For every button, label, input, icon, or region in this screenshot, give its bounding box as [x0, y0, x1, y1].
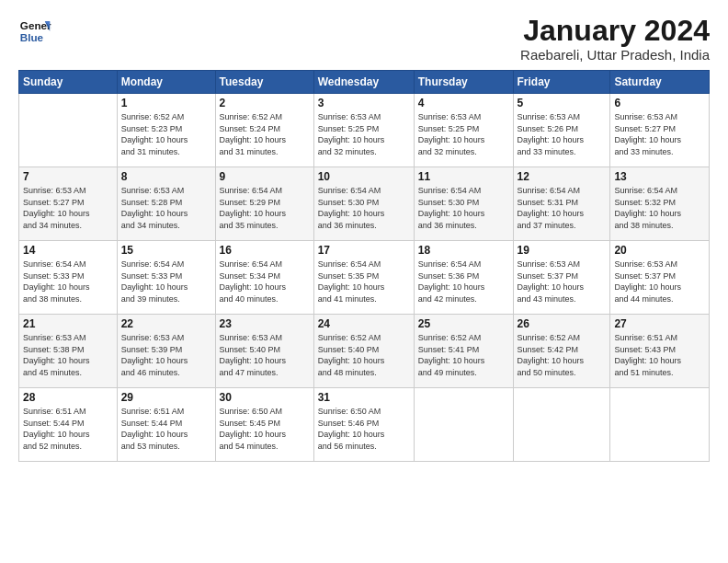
table-cell: 2Sunrise: 6:52 AM Sunset: 5:24 PM Daylig…: [215, 94, 313, 167]
header: General Blue January 2024 Raebareli, Utt…: [18, 15, 710, 63]
table-cell: 14Sunrise: 6:54 AM Sunset: 5:33 PM Dayli…: [19, 241, 118, 315]
table-cell: 5Sunrise: 6:53 AM Sunset: 5:26 PM Daylig…: [513, 94, 610, 167]
table-cell: 4Sunrise: 6:53 AM Sunset: 5:25 PM Daylig…: [414, 94, 513, 167]
day-number: 24: [318, 317, 410, 330]
day-info: Sunrise: 6:51 AM Sunset: 5:44 PM Dayligh…: [23, 406, 113, 452]
day-info: Sunrise: 6:54 AM Sunset: 5:35 PM Dayligh…: [318, 259, 410, 304]
day-info: Sunrise: 6:54 AM Sunset: 5:33 PM Dayligh…: [121, 259, 211, 304]
logo: General Blue: [18, 15, 51, 48]
table-cell: 23Sunrise: 6:53 AM Sunset: 5:40 PM Dayli…: [215, 315, 313, 388]
day-number: 10: [318, 170, 410, 183]
table-cell: 18Sunrise: 6:54 AM Sunset: 5:36 PM Dayli…: [414, 241, 513, 315]
week-row-3: 14Sunrise: 6:54 AM Sunset: 5:33 PM Dayli…: [19, 241, 710, 315]
table-cell: 20Sunrise: 6:53 AM Sunset: 5:37 PM Dayli…: [610, 241, 710, 315]
month-title: January 2024: [520, 15, 710, 47]
table-cell: 27Sunrise: 6:51 AM Sunset: 5:43 PM Dayli…: [610, 315, 710, 388]
day-info: Sunrise: 6:54 AM Sunset: 5:30 PM Dayligh…: [418, 185, 509, 231]
day-info: Sunrise: 6:52 AM Sunset: 5:40 PM Dayligh…: [318, 332, 410, 378]
col-wednesday: Wednesday: [313, 71, 414, 94]
table-cell: 17Sunrise: 6:54 AM Sunset: 5:35 PM Dayli…: [313, 241, 414, 315]
table-cell: 8Sunrise: 6:53 AM Sunset: 5:28 PM Daylig…: [117, 167, 215, 241]
day-number: 2: [220, 97, 310, 109]
day-number: 5: [518, 97, 607, 109]
day-info: Sunrise: 6:53 AM Sunset: 5:25 PM Dayligh…: [318, 111, 410, 157]
day-number: 4: [418, 97, 509, 109]
table-cell: [610, 388, 710, 462]
table-cell: 26Sunrise: 6:52 AM Sunset: 5:42 PM Dayli…: [513, 315, 610, 388]
table-cell: [414, 388, 513, 462]
day-info: Sunrise: 6:50 AM Sunset: 5:46 PM Dayligh…: [318, 406, 410, 452]
day-info: Sunrise: 6:51 AM Sunset: 5:44 PM Dayligh…: [121, 406, 211, 452]
col-friday: Friday: [513, 71, 610, 94]
table-cell: 21Sunrise: 6:53 AM Sunset: 5:38 PM Dayli…: [19, 315, 118, 388]
table-cell: 9Sunrise: 6:54 AM Sunset: 5:29 PM Daylig…: [215, 167, 313, 241]
day-info: Sunrise: 6:53 AM Sunset: 5:26 PM Dayligh…: [518, 111, 607, 157]
table-cell: 11Sunrise: 6:54 AM Sunset: 5:30 PM Dayli…: [414, 167, 513, 241]
day-number: 16: [220, 244, 310, 257]
day-number: 13: [614, 170, 705, 183]
calendar-table: Sunday Monday Tuesday Wednesday Thursday…: [18, 70, 710, 462]
page: General Blue January 2024 Raebareli, Utt…: [0, 0, 728, 563]
day-info: Sunrise: 6:54 AM Sunset: 5:31 PM Dayligh…: [518, 185, 607, 231]
header-row: Sunday Monday Tuesday Wednesday Thursday…: [19, 71, 710, 94]
day-info: Sunrise: 6:52 AM Sunset: 5:23 PM Dayligh…: [121, 111, 211, 157]
day-info: Sunrise: 6:54 AM Sunset: 5:33 PM Dayligh…: [23, 259, 113, 304]
table-cell: 25Sunrise: 6:52 AM Sunset: 5:41 PM Dayli…: [414, 315, 513, 388]
table-cell: 13Sunrise: 6:54 AM Sunset: 5:32 PM Dayli…: [610, 167, 710, 241]
day-number: 18: [418, 244, 509, 257]
table-cell: 30Sunrise: 6:50 AM Sunset: 5:45 PM Dayli…: [215, 388, 313, 462]
day-info: Sunrise: 6:54 AM Sunset: 5:32 PM Dayligh…: [614, 185, 705, 231]
col-thursday: Thursday: [414, 71, 513, 94]
day-info: Sunrise: 6:54 AM Sunset: 5:30 PM Dayligh…: [318, 185, 410, 231]
week-row-5: 28Sunrise: 6:51 AM Sunset: 5:44 PM Dayli…: [19, 388, 710, 462]
table-cell: 3Sunrise: 6:53 AM Sunset: 5:25 PM Daylig…: [313, 94, 414, 167]
day-number: 9: [220, 170, 310, 183]
svg-text:Blue: Blue: [20, 31, 44, 43]
day-number: 19: [518, 244, 607, 257]
day-info: Sunrise: 6:53 AM Sunset: 5:28 PM Dayligh…: [121, 185, 211, 231]
col-saturday: Saturday: [610, 71, 710, 94]
day-info: Sunrise: 6:54 AM Sunset: 5:29 PM Dayligh…: [220, 185, 310, 231]
location: Raebareli, Uttar Pradesh, India: [520, 47, 710, 63]
day-number: 22: [121, 317, 211, 330]
day-info: Sunrise: 6:53 AM Sunset: 5:38 PM Dayligh…: [23, 332, 113, 378]
week-row-2: 7Sunrise: 6:53 AM Sunset: 5:27 PM Daylig…: [19, 167, 710, 241]
day-number: 27: [614, 317, 705, 330]
table-cell: 16Sunrise: 6:54 AM Sunset: 5:34 PM Dayli…: [215, 241, 313, 315]
table-cell: 28Sunrise: 6:51 AM Sunset: 5:44 PM Dayli…: [19, 388, 118, 462]
day-info: Sunrise: 6:53 AM Sunset: 5:37 PM Dayligh…: [614, 259, 705, 304]
table-cell: 1Sunrise: 6:52 AM Sunset: 5:23 PM Daylig…: [117, 94, 215, 167]
day-info: Sunrise: 6:54 AM Sunset: 5:36 PM Dayligh…: [418, 259, 509, 304]
table-cell: 31Sunrise: 6:50 AM Sunset: 5:46 PM Dayli…: [313, 388, 414, 462]
logo-icon: General Blue: [18, 15, 51, 48]
table-cell: 7Sunrise: 6:53 AM Sunset: 5:27 PM Daylig…: [19, 167, 118, 241]
col-monday: Monday: [117, 71, 215, 94]
day-number: 6: [614, 97, 705, 109]
day-number: 11: [418, 170, 509, 183]
day-info: Sunrise: 6:52 AM Sunset: 5:42 PM Dayligh…: [518, 332, 607, 378]
table-cell: 22Sunrise: 6:53 AM Sunset: 5:39 PM Dayli…: [117, 315, 215, 388]
day-info: Sunrise: 6:52 AM Sunset: 5:24 PM Dayligh…: [220, 111, 310, 157]
day-number: 12: [518, 170, 607, 183]
day-info: Sunrise: 6:54 AM Sunset: 5:34 PM Dayligh…: [220, 259, 310, 304]
day-number: 17: [318, 244, 410, 257]
day-info: Sunrise: 6:53 AM Sunset: 5:37 PM Dayligh…: [518, 259, 607, 304]
day-number: 23: [220, 317, 310, 330]
day-number: 25: [418, 317, 509, 330]
day-number: 7: [23, 170, 113, 183]
day-number: 26: [518, 317, 607, 330]
table-cell: 6Sunrise: 6:53 AM Sunset: 5:27 PM Daylig…: [610, 94, 710, 167]
table-cell: [513, 388, 610, 462]
day-number: 3: [318, 97, 410, 109]
table-cell: 29Sunrise: 6:51 AM Sunset: 5:44 PM Dayli…: [117, 388, 215, 462]
day-number: 8: [121, 170, 211, 183]
svg-text:General: General: [20, 19, 51, 31]
day-number: 1: [121, 97, 211, 109]
table-cell: 24Sunrise: 6:52 AM Sunset: 5:40 PM Dayli…: [313, 315, 414, 388]
day-info: Sunrise: 6:53 AM Sunset: 5:25 PM Dayligh…: [418, 111, 509, 157]
day-number: 31: [318, 391, 410, 404]
col-tuesday: Tuesday: [215, 71, 313, 94]
day-info: Sunrise: 6:53 AM Sunset: 5:40 PM Dayligh…: [220, 332, 310, 378]
day-info: Sunrise: 6:51 AM Sunset: 5:43 PM Dayligh…: [614, 332, 705, 378]
table-cell: 12Sunrise: 6:54 AM Sunset: 5:31 PM Dayli…: [513, 167, 610, 241]
